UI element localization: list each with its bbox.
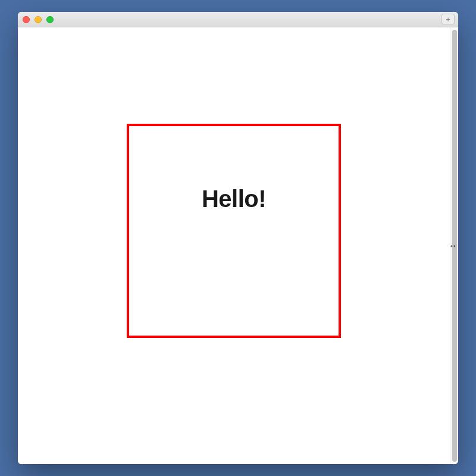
maximize-icon[interactable] — [46, 16, 54, 23]
viewport: Hello! — [18, 27, 450, 464]
vertical-scrollbar-track[interactable] — [450, 27, 458, 464]
app-window: + Hello! ↔ — [18, 12, 458, 464]
minimize-icon[interactable] — [35, 16, 42, 23]
vertical-scrollbar-thumb[interactable] — [452, 30, 457, 462]
content-area: Hello! ↔ — [18, 27, 458, 464]
traffic-lights — [23, 16, 54, 23]
box-text: Hello! — [129, 186, 339, 212]
bordered-box: Hello! — [127, 124, 341, 338]
close-icon[interactable] — [23, 16, 30, 23]
plus-icon: + — [446, 15, 450, 24]
window-titlebar[interactable]: + — [18, 12, 458, 27]
add-tab-button[interactable]: + — [441, 14, 455, 24]
